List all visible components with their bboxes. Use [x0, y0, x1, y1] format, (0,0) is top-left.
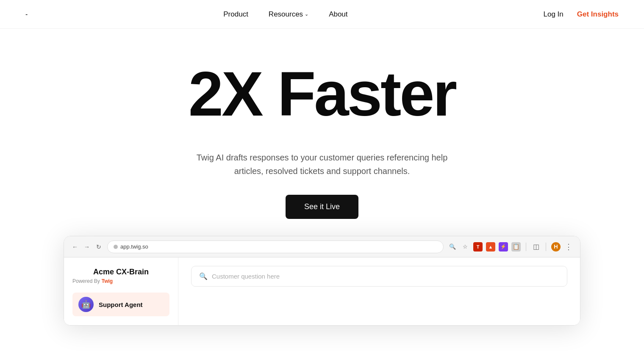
browser-toolbar: ← → ↻ app.twig.so 🔍 ☆ T ▲ ⚡ 📋 ◫ H ⋮ [64, 236, 580, 257]
nav-resources[interactable]: Resources ⌄ [269, 10, 308, 19]
search-icon: 🔍 [199, 272, 208, 280]
toolbar-divider-2 [546, 243, 546, 251]
twig-brand: Twig [102, 278, 113, 284]
hero-headline: 2X Faster [25, 63, 619, 125]
browser-url: app.twig.so [120, 243, 148, 250]
search-browser-icon[interactable]: 🔍 [448, 242, 457, 251]
browser-address-bar[interactable]: app.twig.so [107, 240, 444, 253]
support-agent-label: Support Agent [99, 301, 143, 308]
browser-forward-button[interactable]: → [83, 243, 91, 251]
browser-nav-icons: ← → ↻ [71, 243, 103, 251]
extension-t-icon[interactable]: T [473, 242, 483, 251]
nav-login-link[interactable]: Log In [544, 10, 564, 19]
nav-center: Product Resources ⌄ About [223, 10, 347, 19]
nav-get-insights-link[interactable]: Get Insights [577, 10, 619, 19]
nav-logo: - [25, 11, 28, 18]
app-sidebar: Acme CX-Brain Powered By Twig 🤖 Support … [64, 257, 178, 325]
extension-triangle-icon[interactable]: ▲ [486, 242, 495, 251]
chevron-down-icon: ⌄ [305, 11, 308, 17]
hero-section: 2X Faster Twig AI drafts responses to yo… [0, 29, 644, 347]
sidebar-item-support-agent[interactable]: 🤖 Support Agent [72, 293, 169, 316]
security-icon [114, 245, 118, 249]
customer-question-input[interactable]: 🔍 Customer question here [191, 266, 567, 287]
hero-subtitle: Twig AI drafts responses to your custome… [186, 151, 458, 178]
split-view-icon[interactable]: ◫ [531, 242, 541, 251]
user-avatar-icon[interactable]: H [551, 242, 561, 251]
extension-bolt-icon[interactable]: ⚡ [499, 242, 508, 251]
browser-extension-icons: 🔍 ☆ T ▲ ⚡ 📋 ◫ H ⋮ [448, 242, 573, 251]
browser-back-button[interactable]: ← [71, 243, 79, 251]
toolbar-divider [526, 243, 526, 251]
more-options-icon[interactable]: ⋮ [564, 242, 573, 251]
browser-mockup: ← → ↻ app.twig.so 🔍 ☆ T ▲ ⚡ 📋 ◫ H ⋮ [64, 236, 580, 326]
bookmark-icon[interactable]: ☆ [461, 242, 470, 251]
see-it-live-button[interactable]: See it Live [286, 195, 358, 219]
app-main-content: 🔍 Customer question here [178, 257, 580, 325]
support-agent-avatar: 🤖 [78, 297, 94, 312]
extension-clip-icon[interactable]: 📋 [511, 242, 521, 251]
app-name: Acme CX-Brain [72, 268, 169, 276]
navbar: - Product Resources ⌄ About Log In Get I… [0, 0, 644, 29]
browser-content: Acme CX-Brain Powered By Twig 🤖 Support … [64, 257, 580, 325]
search-placeholder: Customer question here [212, 273, 280, 280]
nav-about[interactable]: About [329, 10, 347, 19]
browser-refresh-button[interactable]: ↻ [94, 243, 103, 251]
nav-right: Log In Get Insights [544, 10, 619, 19]
nav-product[interactable]: Product [223, 10, 248, 19]
powered-by-label: Powered By Twig [72, 278, 169, 284]
